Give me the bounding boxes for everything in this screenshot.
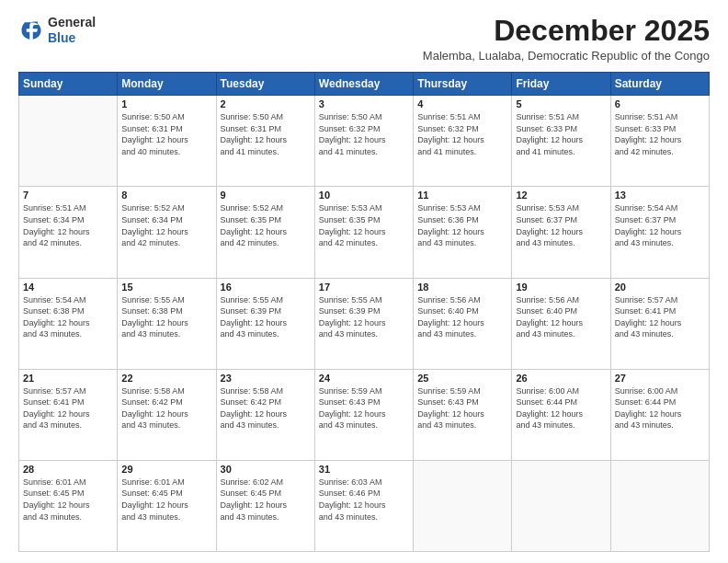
calendar-cell: 23Sunrise: 5:58 AMSunset: 6:42 PMDayligh… bbox=[216, 369, 314, 460]
day-number: 11 bbox=[417, 190, 507, 201]
day-info: Sunrise: 5:53 AMSunset: 6:36 PMDaylight:… bbox=[417, 202, 507, 248]
day-number: 24 bbox=[319, 373, 409, 384]
subtitle: Malemba, Lualaba, Democratic Republic of… bbox=[423, 49, 710, 63]
day-info: Sunrise: 5:58 AMSunset: 6:42 PMDaylight:… bbox=[121, 385, 211, 431]
calendar-cell: 20Sunrise: 5:57 AMSunset: 6:41 PMDayligh… bbox=[610, 278, 709, 369]
day-number: 5 bbox=[516, 98, 606, 109]
day-info: Sunrise: 6:03 AMSunset: 6:46 PMDaylight:… bbox=[319, 477, 409, 523]
day-number: 3 bbox=[319, 98, 409, 109]
header-tuesday: Tuesday bbox=[216, 73, 314, 96]
day-info: Sunrise: 5:56 AMSunset: 6:40 PMDaylight:… bbox=[516, 294, 606, 340]
day-number: 13 bbox=[615, 190, 705, 201]
calendar-cell: 17Sunrise: 5:55 AMSunset: 6:39 PMDayligh… bbox=[314, 278, 413, 369]
day-number: 17 bbox=[319, 282, 409, 293]
calendar-cell: 14Sunrise: 5:54 AMSunset: 6:38 PMDayligh… bbox=[19, 278, 118, 369]
day-info: Sunrise: 5:52 AMSunset: 6:35 PMDaylight:… bbox=[221, 202, 311, 248]
day-info: Sunrise: 5:55 AMSunset: 6:39 PMDaylight:… bbox=[221, 294, 311, 340]
calendar-cell: 15Sunrise: 5:55 AMSunset: 6:38 PMDayligh… bbox=[118, 278, 216, 369]
day-info: Sunrise: 5:59 AMSunset: 6:43 PMDaylight:… bbox=[319, 385, 409, 431]
day-number: 28 bbox=[23, 464, 113, 475]
logo: General Blue bbox=[18, 15, 96, 46]
header: General Blue December 2025 Malemba, Lual… bbox=[18, 15, 710, 63]
day-info: Sunrise: 5:59 AMSunset: 6:43 PMDaylight:… bbox=[417, 385, 507, 431]
day-number: 16 bbox=[221, 282, 311, 293]
calendar-cell: 25Sunrise: 5:59 AMSunset: 6:43 PMDayligh… bbox=[414, 369, 512, 460]
logo-general: General bbox=[48, 15, 96, 30]
calendar-cell: 6Sunrise: 5:51 AMSunset: 6:33 PMDaylight… bbox=[610, 96, 709, 187]
calendar-cell: 9Sunrise: 5:52 AMSunset: 6:35 PMDaylight… bbox=[216, 187, 314, 278]
calendar-cell: 19Sunrise: 5:56 AMSunset: 6:40 PMDayligh… bbox=[512, 278, 610, 369]
calendar-cell: 31Sunrise: 6:03 AMSunset: 6:46 PMDayligh… bbox=[314, 460, 413, 551]
day-info: Sunrise: 5:51 AMSunset: 6:32 PMDaylight:… bbox=[417, 111, 507, 157]
calendar-cell: 21Sunrise: 5:57 AMSunset: 6:41 PMDayligh… bbox=[19, 369, 118, 460]
calendar-week-4: 28Sunrise: 6:01 AMSunset: 6:45 PMDayligh… bbox=[19, 460, 710, 551]
logo-icon bbox=[18, 17, 44, 43]
calendar-cell bbox=[19, 96, 118, 187]
day-info: Sunrise: 5:53 AMSunset: 6:35 PMDaylight:… bbox=[319, 202, 409, 248]
day-number: 7 bbox=[23, 190, 113, 201]
day-number: 1 bbox=[121, 98, 211, 109]
day-info: Sunrise: 6:00 AMSunset: 6:44 PMDaylight:… bbox=[615, 385, 705, 431]
day-number: 26 bbox=[516, 373, 606, 384]
day-number: 20 bbox=[615, 282, 705, 293]
calendar-cell: 7Sunrise: 5:51 AMSunset: 6:34 PMDaylight… bbox=[19, 187, 118, 278]
day-info: Sunrise: 5:55 AMSunset: 6:39 PMDaylight:… bbox=[319, 294, 409, 340]
weekday-header-row: Sunday Monday Tuesday Wednesday Thursday… bbox=[19, 73, 710, 96]
day-info: Sunrise: 5:50 AMSunset: 6:31 PMDaylight:… bbox=[221, 111, 311, 157]
title-block: December 2025 Malemba, Lualaba, Democrat… bbox=[423, 15, 710, 63]
day-info: Sunrise: 5:52 AMSunset: 6:34 PMDaylight:… bbox=[121, 202, 211, 248]
month-title: December 2025 bbox=[423, 15, 710, 47]
day-number: 6 bbox=[615, 98, 705, 109]
calendar-cell bbox=[512, 460, 610, 551]
calendar-cell bbox=[414, 460, 512, 551]
header-wednesday: Wednesday bbox=[314, 73, 413, 96]
page: General Blue December 2025 Malemba, Lual… bbox=[0, 0, 728, 563]
day-info: Sunrise: 5:57 AMSunset: 6:41 PMDaylight:… bbox=[23, 385, 113, 431]
header-thursday: Thursday bbox=[414, 73, 512, 96]
day-number: 19 bbox=[516, 282, 606, 293]
calendar-cell: 8Sunrise: 5:52 AMSunset: 6:34 PMDaylight… bbox=[118, 187, 216, 278]
day-info: Sunrise: 5:50 AMSunset: 6:32 PMDaylight:… bbox=[319, 111, 409, 157]
logo-blue: Blue bbox=[48, 30, 96, 46]
header-sunday: Sunday bbox=[19, 73, 118, 96]
day-number: 29 bbox=[121, 464, 211, 475]
calendar-cell: 13Sunrise: 5:54 AMSunset: 6:37 PMDayligh… bbox=[610, 187, 709, 278]
day-number: 30 bbox=[221, 464, 311, 475]
day-number: 18 bbox=[417, 282, 507, 293]
calendar-week-0: 1Sunrise: 5:50 AMSunset: 6:31 PMDaylight… bbox=[19, 96, 710, 187]
day-info: Sunrise: 6:01 AMSunset: 6:45 PMDaylight:… bbox=[23, 477, 113, 523]
calendar-cell: 30Sunrise: 6:02 AMSunset: 6:45 PMDayligh… bbox=[216, 460, 314, 551]
day-number: 14 bbox=[23, 282, 113, 293]
day-info: Sunrise: 6:00 AMSunset: 6:44 PMDaylight:… bbox=[516, 385, 606, 431]
calendar-cell: 4Sunrise: 5:51 AMSunset: 6:32 PMDaylight… bbox=[414, 96, 512, 187]
day-info: Sunrise: 5:53 AMSunset: 6:37 PMDaylight:… bbox=[516, 202, 606, 248]
day-number: 9 bbox=[221, 190, 311, 201]
day-info: Sunrise: 6:01 AMSunset: 6:45 PMDaylight:… bbox=[121, 477, 211, 523]
calendar-cell: 5Sunrise: 5:51 AMSunset: 6:33 PMDaylight… bbox=[512, 96, 610, 187]
day-number: 25 bbox=[417, 373, 507, 384]
day-info: Sunrise: 5:54 AMSunset: 6:38 PMDaylight:… bbox=[23, 294, 113, 340]
day-number: 15 bbox=[121, 282, 211, 293]
header-saturday: Saturday bbox=[610, 73, 709, 96]
calendar-cell: 26Sunrise: 6:00 AMSunset: 6:44 PMDayligh… bbox=[512, 369, 610, 460]
day-number: 27 bbox=[615, 373, 705, 384]
day-info: Sunrise: 5:56 AMSunset: 6:40 PMDaylight:… bbox=[417, 294, 507, 340]
calendar-cell: 29Sunrise: 6:01 AMSunset: 6:45 PMDayligh… bbox=[118, 460, 216, 551]
calendar-cell: 2Sunrise: 5:50 AMSunset: 6:31 PMDaylight… bbox=[216, 96, 314, 187]
calendar-table: Sunday Monday Tuesday Wednesday Thursday… bbox=[18, 72, 710, 552]
day-number: 2 bbox=[221, 98, 311, 109]
calendar-cell: 1Sunrise: 5:50 AMSunset: 6:31 PMDaylight… bbox=[118, 96, 216, 187]
day-info: Sunrise: 5:51 AMSunset: 6:34 PMDaylight:… bbox=[23, 202, 113, 248]
day-info: Sunrise: 6:02 AMSunset: 6:45 PMDaylight:… bbox=[221, 477, 311, 523]
header-friday: Friday bbox=[512, 73, 610, 96]
day-info: Sunrise: 5:51 AMSunset: 6:33 PMDaylight:… bbox=[615, 111, 705, 157]
calendar-cell: 22Sunrise: 5:58 AMSunset: 6:42 PMDayligh… bbox=[118, 369, 216, 460]
logo-text: General Blue bbox=[48, 15, 96, 46]
calendar-cell: 10Sunrise: 5:53 AMSunset: 6:35 PMDayligh… bbox=[314, 187, 413, 278]
day-info: Sunrise: 5:57 AMSunset: 6:41 PMDaylight:… bbox=[615, 294, 705, 340]
day-info: Sunrise: 5:51 AMSunset: 6:33 PMDaylight:… bbox=[516, 111, 606, 157]
day-info: Sunrise: 5:58 AMSunset: 6:42 PMDaylight:… bbox=[221, 385, 311, 431]
calendar-cell: 12Sunrise: 5:53 AMSunset: 6:37 PMDayligh… bbox=[512, 187, 610, 278]
calendar-week-1: 7Sunrise: 5:51 AMSunset: 6:34 PMDaylight… bbox=[19, 187, 710, 278]
calendar-cell: 11Sunrise: 5:53 AMSunset: 6:36 PMDayligh… bbox=[414, 187, 512, 278]
